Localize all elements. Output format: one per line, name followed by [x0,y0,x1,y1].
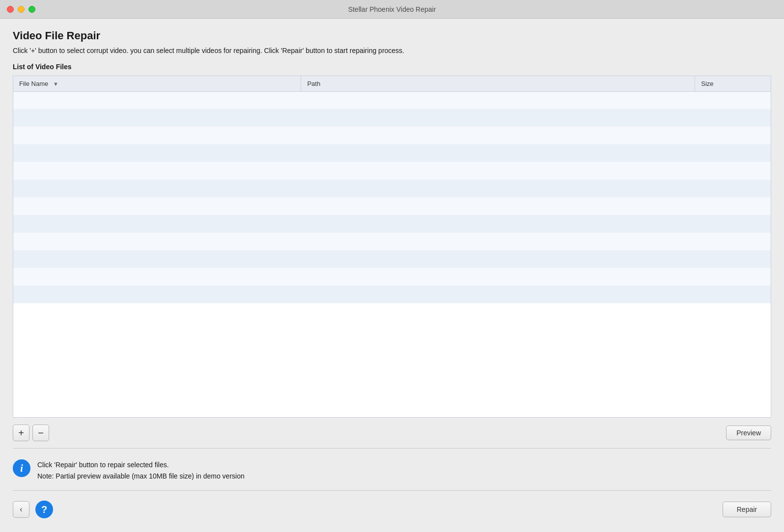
table-row[interactable] [13,91,771,109]
bottom-left: ‹ ? [13,501,53,518]
toolbar-left: + − [13,425,49,441]
help-button[interactable]: ? [35,501,53,518]
table-row[interactable] [13,127,771,144]
table-row[interactable] [13,286,771,303]
info-line1: Click 'Repair' button to repair selected… [37,459,245,470]
table-row[interactable] [13,180,771,197]
top-divider [13,448,771,449]
table-row[interactable] [13,268,771,286]
info-icon: i [13,459,30,477]
page-title: Video File Repair [13,29,771,42]
preview-button[interactable]: Preview [726,426,771,440]
column-path-label: Path [307,80,320,87]
column-header-path[interactable]: Path [301,76,695,92]
file-table: File Name ▼ Path Size [13,76,771,304]
column-size-label: Size [701,80,713,87]
table-row[interactable] [13,197,771,215]
info-line2: Note: Partial preview available (max 10M… [37,471,245,481]
titlebar: Stellar Phoenix Video Repair [0,0,784,19]
remove-button[interactable]: − [32,425,49,441]
maximize-button[interactable] [28,6,35,13]
bottom-bar: ‹ ? Repair [13,493,771,522]
toolbar: + − Preview [13,418,771,446]
table-header-row: File Name ▼ Path Size [13,76,771,92]
table-row[interactable] [13,233,771,250]
section-label: List of Video Files [13,63,771,71]
column-header-filename[interactable]: File Name ▼ [13,76,301,92]
bottom-divider [13,490,771,491]
table-body [13,91,771,303]
table-row[interactable] [13,250,771,268]
traffic-lights [7,6,35,13]
sort-arrow-icon[interactable]: ▼ [53,81,58,87]
column-header-size[interactable]: Size [695,76,771,92]
table-row[interactable] [13,215,771,233]
table-row[interactable] [13,109,771,127]
file-table-container: File Name ▼ Path Size [13,76,771,418]
back-button[interactable]: ‹ [13,501,29,518]
main-content: Video File Repair Click '+' button to se… [0,19,784,532]
info-section: i Click 'Repair' button to repair select… [13,451,771,488]
repair-button[interactable]: Repair [723,502,771,517]
close-button[interactable] [7,6,14,13]
table-row[interactable] [13,144,771,162]
info-text: Click 'Repair' button to repair selected… [37,459,245,481]
add-button[interactable]: + [13,425,29,441]
column-filename-label: File Name [19,80,48,87]
window-title: Stellar Phoenix Video Repair [348,5,436,13]
minimize-button[interactable] [18,6,25,13]
table-row[interactable] [13,162,771,180]
page-description: Click '+' button to select corrupt video… [13,46,771,56]
